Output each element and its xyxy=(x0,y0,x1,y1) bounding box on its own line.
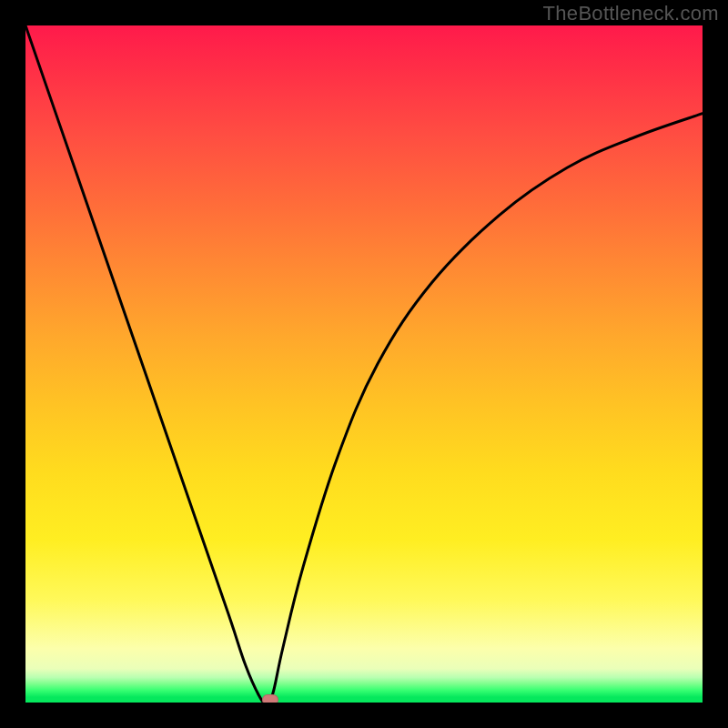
watermark-text: TheBottleneck.com xyxy=(543,2,719,25)
curve-svg xyxy=(25,25,703,703)
plot-area xyxy=(25,25,703,703)
bottleneck-curve-path xyxy=(25,25,703,703)
optimal-point-marker xyxy=(262,694,278,703)
chart-container: TheBottleneck.com xyxy=(0,0,728,728)
